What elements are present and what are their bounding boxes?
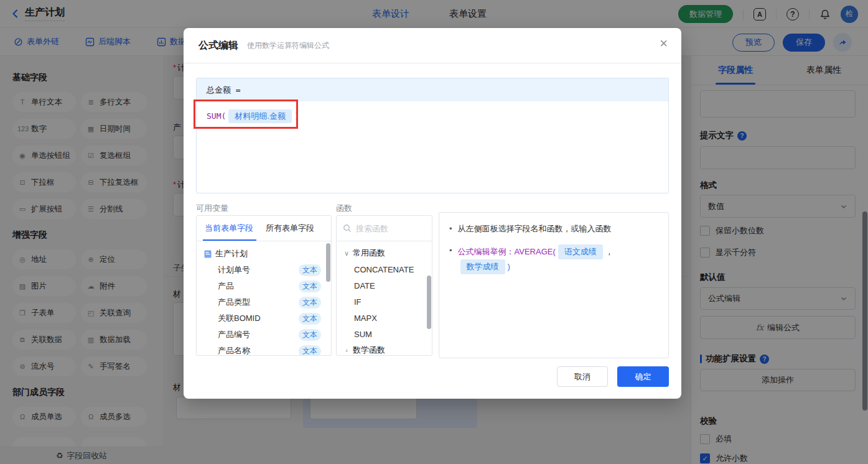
function-search-input[interactable] <box>356 224 418 233</box>
field-type-badge: 文本 <box>299 345 321 356</box>
formula-target: 总金额 = <box>197 78 668 101</box>
close-icon[interactable]: × <box>660 37 668 50</box>
formula-editor[interactable]: 总金额 = SUM(材料明细.金额) <box>196 78 669 193</box>
function-search[interactable] <box>337 216 432 241</box>
variables-panel: 当前表单字段 所有表单字段 生产计划 计划单号文本产品文本产品类型文本关联BOM… <box>196 215 332 356</box>
tab-all-form-fields[interactable]: 所有表单字段 <box>266 223 314 234</box>
active-tab-underline <box>203 239 256 241</box>
chevron-icon: › <box>343 346 350 354</box>
formula-close-paren: ) <box>294 111 299 121</box>
modal-title: 公式编辑 <box>198 39 238 52</box>
variables-label: 可用变量 <box>196 203 228 214</box>
chevron-icon: ∨ <box>343 249 350 258</box>
variable-row[interactable]: 产品名称文本 <box>202 343 327 356</box>
field-type-badge: 文本 <box>299 264 321 276</box>
variable-tree-root[interactable]: 生产计划 <box>202 246 327 262</box>
field-type-badge: 文本 <box>299 313 321 325</box>
variable-name: 关联BOMID <box>218 313 261 324</box>
example-chip: 语文成绩 <box>558 244 603 259</box>
functions-panel: ∨常用函数CONCATENATEDATEIFMAPXSUM›数学函数›文本函数 <box>336 215 432 356</box>
scrollbar-thumb[interactable] <box>326 243 330 282</box>
example-function: 公式编辑举例：AVERAGE( <box>458 247 556 256</box>
formula-variable-chip[interactable]: 材料明细.金额 <box>228 109 292 123</box>
scrollbar-thumb[interactable] <box>427 276 431 329</box>
variable-row[interactable]: 产品文本 <box>202 278 327 294</box>
formula-body[interactable]: SUM(材料明细.金额) <box>197 101 668 131</box>
search-icon <box>343 224 352 233</box>
cancel-button[interactable]: 取消 <box>557 366 608 387</box>
field-type-badge: 文本 <box>299 281 321 292</box>
variable-row[interactable]: 产品类型文本 <box>202 294 327 310</box>
function-group[interactable]: ›数学函数 <box>339 342 429 356</box>
function-item[interactable]: CONCATENATE <box>339 261 429 277</box>
tip-example-line: • 公式编辑举例：AVERAGE(语文成绩，数学成绩) <box>449 244 658 274</box>
function-group-name: 数学函数 <box>353 345 385 356</box>
confirm-button[interactable]: 确定 <box>617 366 669 387</box>
modal-subtitle: 使用数学运算符编辑公式 <box>247 40 329 51</box>
function-item[interactable]: MAPX <box>339 310 429 326</box>
tips-panel: • 从左侧面板选择字段名和函数，或输入函数 • 公式编辑举例：AVERAGE(语… <box>439 212 669 358</box>
tip-line: • 从左侧面板选择字段名和函数，或输入函数 <box>449 223 658 235</box>
function-item[interactable]: DATE <box>339 277 429 294</box>
document-icon <box>204 250 212 258</box>
function-group[interactable]: ∨常用函数 <box>339 245 429 261</box>
variable-row[interactable]: 产品编号文本 <box>202 327 327 343</box>
variable-name: 产品名称 <box>218 345 250 356</box>
function-item[interactable]: IF <box>339 294 429 310</box>
field-type-badge: 文本 <box>299 329 321 341</box>
field-type-badge: 文本 <box>299 297 321 309</box>
functions-label: 函数 <box>336 203 352 214</box>
variable-name: 计划单号 <box>218 264 250 276</box>
variable-name: 产品编号 <box>218 329 250 340</box>
example-chip: 数学成绩 <box>460 259 505 274</box>
tab-current-form-fields[interactable]: 当前表单字段 <box>205 223 253 234</box>
function-group-name: 常用函数 <box>353 248 385 259</box>
formula-edit-modal: 公式编辑 使用数学运算符编辑公式 × 总金额 = SUM(材料明细.金额) 可用… <box>184 28 681 399</box>
variable-row[interactable]: 关联BOMID文本 <box>202 310 327 327</box>
variable-row[interactable]: 计划单号文本 <box>202 262 327 278</box>
function-item[interactable]: SUM <box>339 326 429 342</box>
variable-name: 产品类型 <box>218 297 250 308</box>
variable-name: 产品 <box>218 281 234 292</box>
formula-function: SUM( <box>207 111 226 121</box>
form-designer-app: 生产计划 表单设计 表单设置 数据管理 A ? 检 表单外链 <box>0 0 868 464</box>
